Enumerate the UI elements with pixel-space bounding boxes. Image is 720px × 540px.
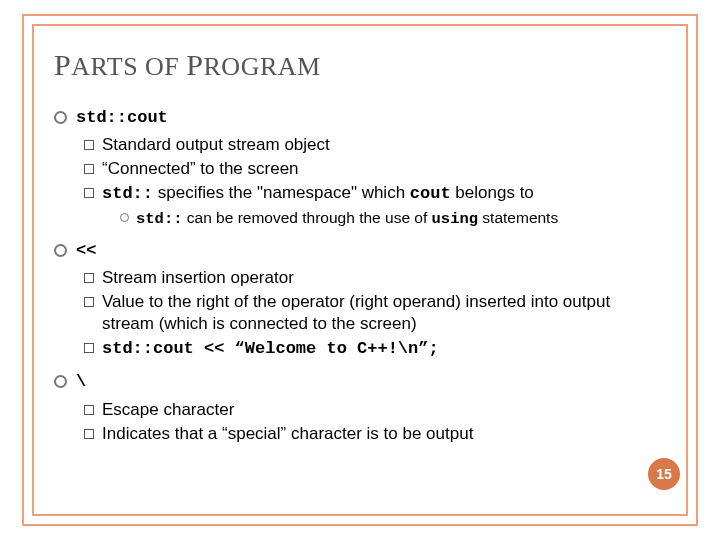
slide: PARTS OF PROGRAM std::cout Standard outp… (0, 0, 720, 540)
list-item: Stream insertion operator (84, 267, 640, 289)
list-item: Escape character (84, 399, 640, 421)
slide-title: PARTS OF PROGRAM (54, 48, 640, 82)
topic-head: << (76, 241, 96, 260)
topic-insertion: << Stream insertion operator Value to th… (54, 239, 640, 361)
list-item: std:: can be removed through the use of … (120, 208, 640, 229)
list-item: Value to the right of the operator (righ… (84, 291, 640, 335)
topic-escape: \ Escape character Indicates that a “spe… (54, 370, 640, 444)
list-item: std::cout << “Welcome to C++!\n”; (84, 337, 640, 360)
list-item: “Connected” to the screen (84, 158, 640, 180)
page-number-badge: 15 (648, 458, 680, 490)
topic-cout: std::cout Standard output stream object … (54, 106, 640, 229)
page-number: 15 (656, 466, 672, 482)
topic-head: std::cout (76, 108, 168, 127)
list-item: Standard output stream object (84, 134, 640, 156)
list-item: std:: specifies the "namespace" which co… (84, 182, 640, 228)
bullet-list: std::cout Standard output stream object … (54, 106, 640, 445)
list-item: Indicates that a “special” character is … (84, 423, 640, 445)
topic-head: \ (76, 372, 86, 391)
slide-content: PARTS OF PROGRAM std::cout Standard outp… (54, 48, 640, 500)
